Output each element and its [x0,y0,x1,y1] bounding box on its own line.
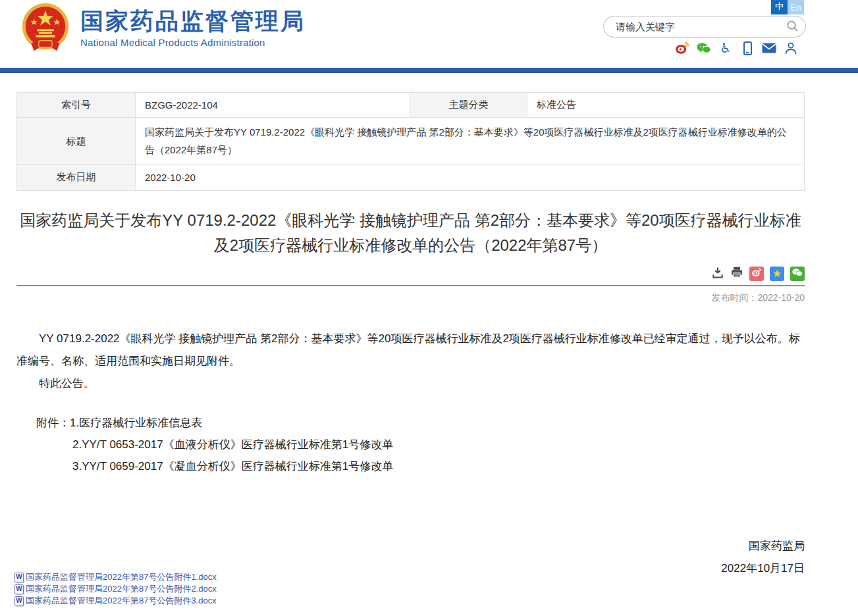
table-row: 标题 国家药监局关于发布YY 0719.2-2022《眼科光学 接触镜护理产品 … [17,118,805,165]
share-weibo-button[interactable] [749,267,764,281]
meta-index-label: 索引号 [17,93,136,118]
attachment-download-link-2[interactable]: W 国家药品监督管理局2022年第87号公告附件2.docx [14,583,217,595]
word-doc-icon: W [14,596,24,606]
document-meta-table: 索引号 BZGG-2022-104 主题分类 标准公告 标题 国家药监局关于发布… [16,92,805,191]
site-header: 国家药品监督管理局 National Medical Products Admi… [0,0,858,68]
attachment-download-link-1[interactable]: W 国家药品监督管理局2022年第87号公告附件1.docx [14,571,217,583]
meta-title-label: 标题 [17,118,136,165]
attachment-row: 附件： 1.医疗器械行业标准信息表 [16,412,805,434]
download-button[interactable] [711,266,724,281]
weibo-share-icon [751,268,762,280]
weibo-icon[interactable] [675,41,689,55]
site-title-block: 国家药品监督管理局 National Medical Products Admi… [80,8,306,48]
search-input[interactable] [604,21,779,32]
paragraph: YY 0719.2-2022《眼科光学 接触镜护理产品 第2部分：基本要求》等2… [16,328,805,372]
header-quick-icons: ♿ [675,41,798,55]
print-button[interactable] [730,266,743,281]
publish-time-value: 2022-10-20 [757,292,805,303]
publish-time: 发布时间：2022-10-20 [16,286,805,304]
meta-index-value: BZGG-2022-104 [136,93,410,118]
print-icon [730,266,743,281]
site-title-chinese: 国家药品监督管理局 [80,8,306,34]
user-icon[interactable] [784,41,798,55]
wechat-share-icon [792,268,803,280]
attachment-download-link-3[interactable]: W 国家药品监督管理局2022年第87号公告附件3.docx [14,595,217,607]
attachment-download-links: W 国家药品监督管理局2022年第87号公告附件1.docx W 国家药品监督管… [14,571,217,607]
meta-category-value: 标准公告 [527,93,805,118]
table-row: 发布日期 2022-10-20 [17,165,805,191]
word-doc-icon: W [14,573,24,582]
share-toolbar: ★ [16,266,805,281]
mobile-icon[interactable] [740,41,755,55]
language-toggle: 中 En [771,0,804,14]
header-divider-bar [0,68,858,73]
search-button[interactable] [779,16,805,37]
signature-agency: 国家药监局 [16,535,805,557]
table-row: 索引号 BZGG-2022-104 主题分类 标准公告 [17,93,805,118]
lang-chinese-button[interactable]: 中 [771,0,788,14]
attachment-link-label: 国家药品监督管理局2022年第87号公告附件1.docx [26,571,217,583]
search-icon [786,20,799,34]
attachment-link-label: 国家药品监督管理局2022年第87号公告附件3.docx [26,595,217,607]
attachment-list: 附件： 1.医疗器械行业标准信息表 2.YY/T 0653-2017《血液分析仪… [16,412,805,477]
attachment-label: 附件： [16,412,70,434]
attachment-link-label: 国家药品监督管理局2022年第87号公告附件2.docx [26,583,217,595]
wechat-icon[interactable] [697,41,711,55]
download-icon [711,266,724,281]
national-emblem-logo [22,3,69,54]
meta-date-value: 2022-10-20 [136,165,805,191]
qzone-star-icon: ★ [772,269,782,279]
page-title: 国家药监局关于发布YY 0719.2-2022《眼科光学 接触镜护理产品 第2部… [16,208,805,258]
accessibility-icon[interactable]: ♿ [718,41,733,55]
attachment-item: 2.YY/T 0653-2017《血液分析仪》医疗器械行业标准第1号修改单 [16,434,805,455]
share-qzone-button[interactable]: ★ [770,267,784,281]
attachment-item: 1.医疗器械行业标准信息表 [70,412,202,434]
main-content: 索引号 BZGG-2022-104 主题分类 标准公告 标题 国家药监局关于发布… [16,92,805,580]
meta-title-value: 国家药监局关于发布YY 0719.2-2022《眼科光学 接触镜护理产品 第2部… [136,118,805,165]
article-body: YY 0719.2-2022《眼科光学 接触镜护理产品 第2部分：基本要求》等2… [16,328,805,395]
publish-time-label: 发布时间： [711,292,757,303]
word-doc-icon: W [14,584,24,594]
share-wechat-button[interactable] [790,267,805,281]
mail-icon[interactable] [762,41,776,55]
search-bar [603,16,806,38]
site-title-english: National Medical Products Administration [80,37,306,48]
attachment-item: 3.YY/T 0659-2017《凝血分析仪》医疗器械行业标准第1号修改单 [16,455,805,477]
meta-category-label: 主题分类 [410,93,527,118]
lang-english-button[interactable]: En [788,0,804,14]
paragraph: 特此公告。 [16,372,805,395]
meta-date-label: 发布日期 [17,165,136,191]
